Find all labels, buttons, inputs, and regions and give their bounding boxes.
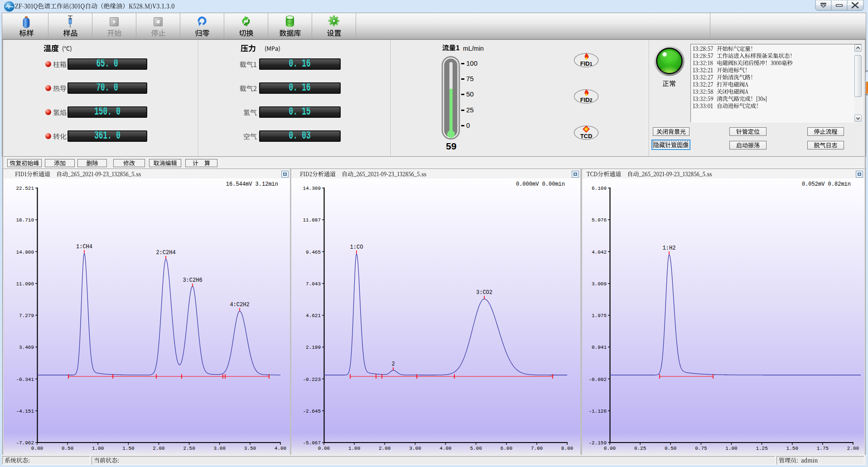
svg-text:1.75: 1.75 <box>817 446 829 451</box>
svg-text:1:H2: 1:H2 <box>663 245 676 251</box>
svg-text:1:CH4: 1:CH4 <box>76 244 92 250</box>
svg-text:0.25: 0.25 <box>634 446 646 451</box>
svg-text:4.00: 4.00 <box>439 446 451 451</box>
svg-text:-4.151: -4.151 <box>16 409 34 414</box>
svg-text:18.710: 18.710 <box>16 217 34 223</box>
svg-text:-0.341: -0.341 <box>16 377 34 382</box>
svg-text:3:C2H6: 3:C2H6 <box>183 277 202 284</box>
svg-text:14.900: 14.900 <box>16 250 34 255</box>
svg-text:4:C2H2: 4:C2H2 <box>230 302 249 308</box>
svg-text:3:CO2: 3:CO2 <box>476 289 492 296</box>
svg-text:2: 2 <box>391 361 395 367</box>
svg-text:1.00: 1.00 <box>92 446 104 451</box>
svg-text:0.75: 0.75 <box>695 446 707 451</box>
svg-text:1.975: 1.975 <box>592 313 607 318</box>
svg-text:0.00: 0.00 <box>31 446 43 451</box>
svg-text:1.25: 1.25 <box>756 446 767 451</box>
svg-text:2:C2H4: 2:C2H4 <box>156 250 175 256</box>
svg-text:7.00: 7.00 <box>531 446 543 451</box>
svg-text:22.521: 22.521 <box>16 186 34 191</box>
svg-text:3.50: 3.50 <box>244 446 256 451</box>
svg-text:0.00: 0.00 <box>318 446 330 451</box>
svg-text:4.621: 4.621 <box>306 313 321 318</box>
svg-text:1.00: 1.00 <box>348 446 360 451</box>
svg-text:0.941: 0.941 <box>592 345 607 350</box>
svg-text:11.887: 11.887 <box>303 217 321 223</box>
svg-text:8.00: 8.00 <box>561 446 573 451</box>
svg-text:2.50: 2.50 <box>183 446 195 451</box>
svg-text:5.076: 5.076 <box>592 217 607 223</box>
svg-text:0.000mV 0.00min: 0.000mV 0.00min <box>516 181 565 188</box>
svg-text:-0.092: -0.092 <box>588 377 607 382</box>
svg-text:5.00: 5.00 <box>470 446 482 451</box>
svg-text:-0.223: -0.223 <box>303 377 321 382</box>
svg-text:2.00: 2.00 <box>379 446 391 451</box>
svg-text:4.042: 4.042 <box>592 250 607 255</box>
svg-text:-2.159: -2.159 <box>588 440 607 446</box>
svg-text:7.043: 7.043 <box>306 281 321 287</box>
svg-text:1.50: 1.50 <box>122 446 134 451</box>
svg-text:-1.126: -1.126 <box>588 409 607 414</box>
svg-text:4.00: 4.00 <box>275 446 286 451</box>
svg-text:6.00: 6.00 <box>501 446 512 451</box>
svg-text:0.50: 0.50 <box>665 446 676 451</box>
svg-text:-5.067: -5.067 <box>303 440 321 446</box>
svg-text:3.00: 3.00 <box>214 446 226 451</box>
svg-text:3.009: 3.009 <box>592 281 607 287</box>
svg-text:0.052mV 0.82min: 0.052mV 0.82min <box>802 181 851 188</box>
svg-text:14.309: 14.309 <box>303 186 321 191</box>
svg-text:16.544mV 3.12min: 16.544mV 3.12min <box>226 181 278 188</box>
svg-text:6.109: 6.109 <box>592 186 607 191</box>
svg-text:9.465: 9.465 <box>306 250 321 255</box>
svg-text:0.00: 0.00 <box>604 446 616 451</box>
svg-text:0.50: 0.50 <box>62 446 73 451</box>
svg-text:-2.645: -2.645 <box>303 409 321 414</box>
svg-text:2.00: 2.00 <box>153 446 164 451</box>
svg-text:11.090: 11.090 <box>16 281 34 287</box>
svg-text:7.279: 7.279 <box>19 313 34 318</box>
svg-text:2.199: 2.199 <box>306 345 321 350</box>
svg-text:-7.962: -7.962 <box>16 440 34 446</box>
svg-text:1.00: 1.00 <box>725 446 737 451</box>
svg-text:1.50: 1.50 <box>786 446 798 451</box>
svg-text:2.00: 2.00 <box>847 446 859 451</box>
svg-text:1:CO: 1:CO <box>350 244 363 250</box>
svg-text:3.00: 3.00 <box>409 446 421 451</box>
svg-text:3.469: 3.469 <box>19 345 34 350</box>
